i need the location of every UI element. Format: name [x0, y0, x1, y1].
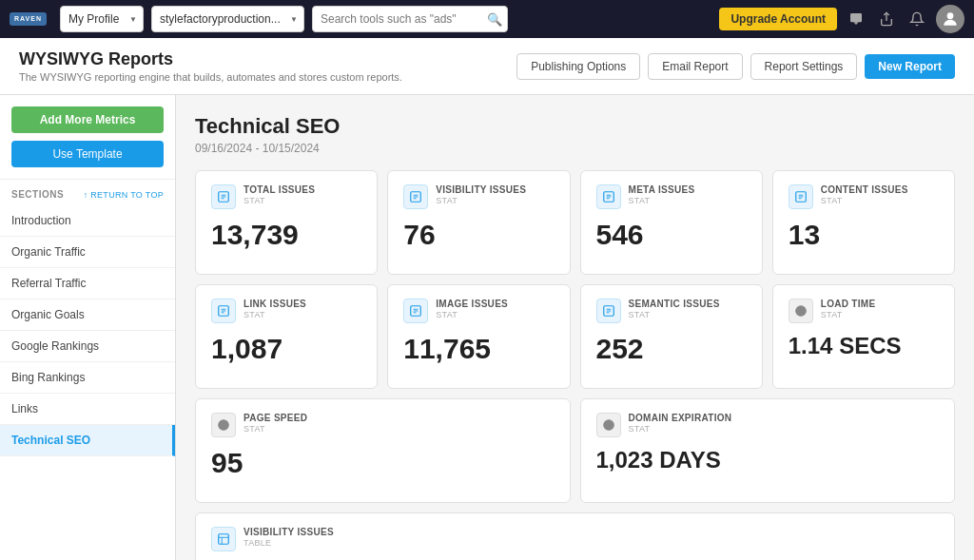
sidebar-item-bing-rankings[interactable]: Bing Rankings [0, 362, 175, 394]
search-button[interactable]: 🔍 [487, 12, 502, 27]
profile-select[interactable]: My Profile [60, 6, 144, 32]
metric-value: 13 [789, 221, 939, 249]
metric-name: TOTAL ISSUES [244, 184, 315, 196]
new-report-button[interactable]: New Report [865, 54, 955, 79]
metric-value: 11,765 [403, 335, 554, 363]
table-name: VISIBILITY ISSUES [244, 527, 334, 538]
metric-name: LOAD TIME [821, 299, 876, 310]
metric-semantic-issues: SEMANTIC ISSUES STAT 252 [580, 284, 763, 389]
notifications-icon-btn[interactable] [845, 8, 867, 30]
search-wrap: 🔍 [312, 6, 508, 32]
metric-type: STAT [436, 310, 508, 319]
upgrade-button[interactable]: Upgrade Account [719, 8, 837, 30]
metric-meta-issues: META ISSUES STAT 546 [580, 170, 763, 275]
profile-select-wrap[interactable]: My Profile [60, 6, 144, 32]
return-to-top-link[interactable]: ↑ RETURN TO TOP [84, 190, 164, 200]
sidebar-item-organic-goals[interactable]: Organic Goals [0, 299, 175, 331]
metric-header: META ISSUES STAT [596, 184, 747, 209]
link-issues-icon [211, 299, 236, 323]
metric-name: META ISSUES [629, 184, 695, 196]
metric-name: LINK ISSUES [244, 299, 306, 310]
metric-value: 1.14 SECS [789, 335, 939, 357]
email-report-button[interactable]: Email Report [648, 53, 742, 80]
top-nav: RAVEN My Profile stylefactoryproduction.… [0, 0, 974, 38]
bell-icon-btn[interactable] [906, 8, 928, 30]
wysiwyg-header-left: WYSIWYG Reports The WYSIWYG reporting en… [19, 49, 402, 83]
report-settings-button[interactable]: Report Settings [750, 53, 858, 80]
metric-title: SEMANTIC ISSUES STAT [629, 299, 720, 319]
sidebar: Add More Metrics Use Template SECTIONS ↑… [0, 95, 176, 560]
metric-title: PAGE SPEED STAT [244, 413, 307, 434]
content-issues-icon [789, 184, 813, 209]
metric-header: TOTAL ISSUES STAT [211, 184, 361, 209]
metric-name: PAGE SPEED [244, 413, 307, 424]
sidebar-item-google-rankings[interactable]: Google Rankings [0, 331, 175, 362]
metrics-row-1: TOTAL ISSUES STAT 13,739 VISIBILITY ISSU… [195, 170, 955, 275]
use-template-button[interactable]: Use Template [11, 141, 164, 167]
metric-type: STAT [244, 196, 315, 205]
metric-value: 252 [596, 335, 747, 363]
wysiwyg-title: WYSIWYG Reports [19, 49, 402, 69]
metric-type: STAT [629, 310, 720, 319]
metric-title: META ISSUES STAT [629, 184, 695, 205]
metric-visibility-issues: VISIBILITY ISSUES STAT 76 [387, 170, 570, 275]
metric-header: LINK ISSUES STAT [211, 299, 361, 323]
metric-value: 95 [211, 449, 555, 477]
sidebar-item-technical-seo[interactable]: Technical SEO [0, 425, 175, 456]
share-icon-btn[interactable] [875, 8, 898, 30]
avatar[interactable] [936, 5, 964, 33]
svg-point-2 [947, 12, 954, 19]
metric-name: SEMANTIC ISSUES [629, 299, 720, 310]
metric-value: 13,739 [211, 221, 361, 249]
metric-header: SEMANTIC ISSUES STAT [596, 299, 747, 323]
metric-header: VISIBILITY ISSUES STAT [403, 184, 554, 209]
metric-name: CONTENT ISSUES [821, 184, 908, 196]
svg-rect-34 [219, 534, 229, 545]
wysiwyg-subtitle: The WYSIWYG reporting engine that builds… [19, 71, 402, 83]
page-speed-icon [211, 413, 236, 437]
meta-issues-icon [596, 184, 621, 209]
metrics-row-3: PAGE SPEED STAT 95 DOMAIN EXPIRATION STA… [195, 398, 955, 503]
domain-expiration-icon [596, 413, 621, 437]
table-title-wrap: VISIBILITY ISSUES TABLE [244, 527, 334, 548]
metric-name: DOMAIN EXPIRATION [629, 413, 732, 424]
metric-type: STAT [629, 196, 695, 205]
logo-box: RAVEN [10, 12, 47, 26]
sidebar-actions: Add More Metrics Use Template [0, 95, 175, 180]
logo[interactable]: RAVEN [10, 12, 47, 26]
metric-type: STAT [436, 196, 526, 205]
sidebar-item-referral-traffic[interactable]: Referral Traffic [0, 268, 175, 299]
sidebar-item-organic-traffic[interactable]: Organic Traffic [0, 237, 175, 268]
section-title: Technical SEO [195, 114, 955, 139]
metric-page-speed: PAGE SPEED STAT 95 [195, 398, 571, 503]
metric-image-issues: IMAGE ISSUES STAT 11,765 [387, 284, 570, 389]
metric-title: VISIBILITY ISSUES STAT [436, 184, 526, 205]
metric-type: STAT [244, 310, 306, 319]
metric-title: IMAGE ISSUES STAT [436, 299, 508, 319]
sidebar-item-introduction[interactable]: Introduction [0, 205, 175, 237]
metric-header: CONTENT ISSUES STAT [789, 184, 939, 209]
publishing-options-button[interactable]: Publishing Options [516, 53, 640, 80]
search-input[interactable] [312, 6, 508, 32]
metric-title: LOAD TIME STAT [821, 299, 876, 319]
sections-header: SECTIONS ↑ RETURN TO TOP [0, 180, 175, 205]
sidebar-item-links[interactable]: Links [0, 394, 175, 425]
header-actions: Publishing Options Email Report Report S… [516, 53, 955, 80]
table-card-header: VISIBILITY ISSUES TABLE [211, 527, 939, 551]
metric-name: IMAGE ISSUES [436, 299, 508, 310]
main-layout: Add More Metrics Use Template SECTIONS ↑… [0, 95, 974, 560]
metric-header: DOMAIN EXPIRATION STAT [596, 413, 940, 437]
wysiwyg-header: WYSIWYG Reports The WYSIWYG reporting en… [0, 38, 974, 95]
visibility-table-icon [211, 527, 236, 551]
metric-domain-expiration: DOMAIN EXPIRATION STAT 1,023 DAYS [580, 398, 956, 503]
add-metrics-button[interactable]: Add More Metrics [11, 106, 164, 133]
site-select[interactable]: stylefactoryproduction... [151, 6, 304, 32]
metric-value: 546 [596, 221, 747, 249]
metric-load-time: LOAD TIME STAT 1.14 SECS [772, 284, 955, 389]
site-select-wrap[interactable]: stylefactoryproduction... [151, 6, 304, 32]
visibility-issues-table-card: VISIBILITY ISSUES TABLE [195, 512, 955, 560]
visibility-issues-icon [403, 184, 428, 209]
metric-title: TOTAL ISSUES STAT [244, 184, 315, 205]
metric-type: STAT [629, 424, 732, 434]
image-issues-icon [403, 299, 428, 323]
